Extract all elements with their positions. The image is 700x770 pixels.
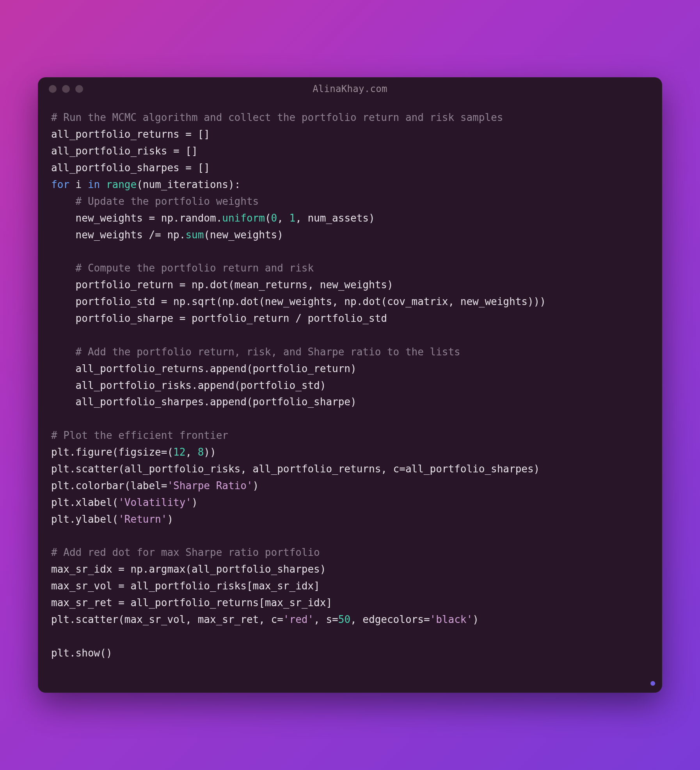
code-text: new_weights /= np.: [51, 229, 185, 241]
code-line: all_portfolio_returns.append(portfolio_r…: [51, 363, 357, 374]
resize-handle-icon[interactable]: [650, 681, 655, 686]
number: 50: [338, 614, 350, 625]
code-text: ,: [185, 446, 197, 458]
code-text: ): [473, 614, 479, 625]
keyword-in: in: [88, 179, 100, 190]
maximize-icon[interactable]: [75, 85, 83, 93]
string: 'Volatility': [118, 497, 192, 508]
string: 'red': [283, 614, 314, 625]
code-block: # Run the MCMC algorithm and collect the…: [38, 101, 662, 692]
string: 'Sharpe Ratio': [167, 480, 252, 491]
number: 8: [198, 446, 204, 458]
code-line: all_portfolio_sharpes.append(portfolio_s…: [51, 396, 357, 408]
code-text: plt.colorbar(label=: [51, 480, 167, 491]
builtin-range: range: [106, 179, 137, 190]
code-text: ): [167, 513, 173, 525]
code-text: , edgecolors=: [350, 614, 430, 625]
code-line: plt.scatter(all_portfolio_risks, all_por…: [51, 463, 540, 475]
code-line: max_sr_ret = all_portfolio_returns[max_s…: [51, 597, 332, 609]
code-line: max_sr_vol = all_portfolio_risks[max_sr_…: [51, 580, 320, 592]
number: 0: [271, 212, 277, 224]
code-text: ,: [277, 212, 289, 224]
code-text: ): [192, 497, 198, 508]
number: 1: [290, 212, 296, 224]
minimize-icon[interactable]: [62, 85, 70, 93]
code-text: (new_weights): [204, 229, 283, 241]
comment: # Add red dot for max Sharpe ratio portf…: [51, 546, 320, 558]
code-text: plt.xlabel(: [51, 497, 118, 508]
code-line: all_portfolio_returns = []: [51, 128, 210, 140]
code-line: portfolio_sharpe = portfolio_return / po…: [51, 312, 387, 324]
titlebar: AlinaKhay.com: [38, 77, 662, 101]
number: 12: [173, 446, 185, 458]
code-text: ): [253, 480, 259, 491]
string: 'Return': [118, 513, 167, 525]
code-line: all_portfolio_risks = []: [51, 145, 198, 157]
comment: # Run the MCMC algorithm and collect the…: [51, 112, 503, 123]
code-text: plt.figure(figsize=(: [51, 446, 173, 458]
code-line: plt.show(): [51, 647, 112, 659]
code-line: max_sr_idx = np.argmax(all_portfolio_sha…: [51, 563, 326, 575]
close-icon[interactable]: [49, 85, 57, 93]
code-text: )): [204, 446, 216, 458]
code-line: all_portfolio_sharpes = []: [51, 162, 210, 174]
code-text: , s=: [314, 614, 338, 625]
code-line: all_portfolio_risks.append(portfolio_std…: [51, 380, 326, 391]
keyword-for: for: [51, 179, 69, 190]
fn-sum: sum: [185, 229, 204, 241]
code-window: AlinaKhay.com # Run the MCMC algorithm a…: [38, 77, 662, 692]
code-text: (num_iterations):: [137, 179, 240, 190]
code-text: new_weights = np.random.: [51, 212, 222, 224]
fn-uniform: uniform: [222, 212, 265, 224]
string: 'black': [430, 614, 473, 625]
code-text: [100, 179, 106, 190]
code-text: plt.scatter(max_sr_vol, max_sr_ret, c=: [51, 614, 283, 625]
code-text: plt.ylabel(: [51, 513, 118, 525]
comment: # Plot the efficient frontier: [51, 429, 228, 441]
code-text: i: [69, 179, 88, 190]
code-line: portfolio_std = np.sqrt(np.dot(new_weigh…: [51, 296, 546, 307]
comment: # Add the portfolio return, risk, and Sh…: [51, 346, 460, 358]
code-line: portfolio_return = np.dot(mean_returns, …: [51, 279, 393, 291]
traffic-lights: [49, 85, 83, 93]
code-text: , num_assets): [295, 212, 375, 224]
code-text: (: [265, 212, 271, 224]
window-title: AlinaKhay.com: [38, 83, 662, 94]
comment: # Compute the portfolio return and risk: [51, 262, 314, 274]
comment: # Update the portfolio weights: [51, 195, 259, 207]
